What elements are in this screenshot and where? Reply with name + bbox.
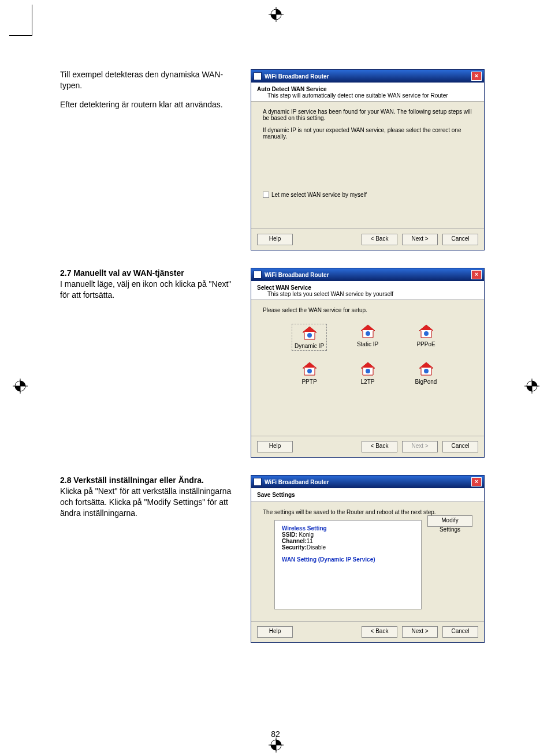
wan-service-label: PPPoE xyxy=(416,341,435,347)
security-value: Disable xyxy=(307,544,326,551)
summary-group-label: Wireless Setting xyxy=(282,525,414,532)
paragraph: Klicka på "Next" för att verkställa inst… xyxy=(60,486,239,519)
svg-marker-28 xyxy=(420,362,433,368)
window-icon xyxy=(254,72,262,80)
summary-group-label: WAN Setting (Dynamic IP Service) xyxy=(282,556,414,563)
modify-settings-button[interactable]: Modify Settings xyxy=(427,515,472,527)
body-text: Please select the WAN service for setup. xyxy=(263,307,472,313)
crop-mark xyxy=(9,5,32,36)
wan-service-label: Static IP xyxy=(357,341,378,347)
left-column: Till exempel detekteras den dynamiska WA… xyxy=(60,69,251,250)
body-text: A dynamic IP service has been found for … xyxy=(263,108,472,121)
window-title: WiFi Broadband Router xyxy=(265,73,329,80)
close-icon[interactable]: × xyxy=(471,477,482,486)
body-text: If dynamic IP is not your expected WAN s… xyxy=(263,127,472,140)
checkbox-icon xyxy=(263,192,269,198)
window-title: WiFi Broadband Router xyxy=(265,272,329,278)
svg-point-23 xyxy=(307,369,312,373)
help-button[interactable]: Help xyxy=(257,234,293,245)
svg-marker-22 xyxy=(303,362,316,368)
svg-marker-25 xyxy=(362,362,374,368)
next-button[interactable]: Next > xyxy=(402,626,438,638)
paragraph: Till exempel detekteras den dynamiska WA… xyxy=(60,69,239,91)
wan-service-label: Dynamic IP xyxy=(295,343,324,349)
security-label: Security: xyxy=(282,544,307,551)
house-icon xyxy=(418,324,435,339)
dialog-select-wan: WiFi Broadband Router × Select WAN Servi… xyxy=(251,268,485,458)
svg-point-17 xyxy=(366,331,370,336)
section-heading: 2.8 Verkställ inställningar eller Ändra. xyxy=(60,475,239,486)
dialog-save-settings: WiFi Broadband Router × Save Settings Th… xyxy=(251,475,485,643)
paragraph: I manuellt läge, välj en ikon och klicka… xyxy=(60,279,239,301)
wan-service-bigpond[interactable]: BigPond xyxy=(408,361,444,385)
cancel-button[interactable]: Cancel xyxy=(442,441,478,452)
wan-service-label: L2TP xyxy=(361,379,375,385)
back-button[interactable]: < Back xyxy=(362,441,397,452)
wan-service-label: PPTP xyxy=(301,379,317,385)
svg-point-14 xyxy=(307,333,312,338)
house-icon xyxy=(359,361,377,376)
paragraph: Efter detektering är routern klar att an… xyxy=(60,99,239,110)
left-column: 2.8 Verkställ inställningar eller Ändra.… xyxy=(60,475,251,643)
wan-service-dynamic-ip[interactable]: Dynamic IP xyxy=(292,324,327,351)
help-button[interactable]: Help xyxy=(257,441,293,452)
body-text: The settings will be saved to the Router… xyxy=(263,509,472,515)
window-title: WiFi Broadband Router xyxy=(265,479,329,485)
registration-mark xyxy=(13,379,28,394)
svg-marker-19 xyxy=(420,325,433,330)
ssid-label: SSID: xyxy=(282,532,297,538)
close-icon[interactable]: × xyxy=(471,72,482,81)
wan-service-static-ip[interactable]: Static IP xyxy=(350,324,385,351)
wan-service-l2tp[interactable]: L2TP xyxy=(350,361,385,385)
house-icon xyxy=(301,325,318,340)
cancel-button[interactable]: Cancel xyxy=(442,234,478,245)
cancel-button[interactable]: Cancel xyxy=(442,626,478,638)
wan-service-pptp[interactable]: PPTP xyxy=(292,361,327,385)
back-button[interactable]: < Back xyxy=(362,234,397,245)
registration-mark xyxy=(524,379,539,394)
checkbox-label: Let me select WAN service by myself xyxy=(271,192,367,198)
house-icon xyxy=(359,324,377,339)
settings-summary: Wireless Setting SSID: Konig Channel:11 … xyxy=(274,520,422,609)
svg-point-20 xyxy=(424,331,429,336)
close-icon[interactable]: × xyxy=(471,270,482,279)
svg-point-26 xyxy=(366,369,370,373)
svg-marker-13 xyxy=(303,327,316,332)
dialog-subheading: This step will automatically detect one … xyxy=(257,92,478,99)
wan-service-label: BigPond xyxy=(415,379,437,385)
window-icon xyxy=(254,271,262,279)
next-button[interactable]: Next > xyxy=(402,234,438,245)
channel-label: Channel: xyxy=(282,538,307,544)
checkbox-manual-wan[interactable]: Let me select WAN service by myself xyxy=(263,192,472,198)
dialog-auto-detect: WiFi Broadband Router × Auto Detect WAN … xyxy=(251,69,485,250)
channel-value: 11 xyxy=(307,538,313,544)
dialog-subheading: This step lets you select WAN service by… xyxy=(257,291,478,297)
page-number: 82 xyxy=(0,729,551,739)
dialog-heading: Auto Detect WAN Service xyxy=(257,86,478,92)
house-icon xyxy=(301,361,318,376)
dialog-heading: Save Settings xyxy=(251,488,484,502)
dialog-heading: Select WAN Service xyxy=(257,285,478,291)
ssid-value: Konig xyxy=(299,532,314,538)
svg-marker-16 xyxy=(362,325,374,330)
registration-mark xyxy=(269,7,284,22)
wan-service-pppoe[interactable]: PPPoE xyxy=(408,324,444,351)
next-button[interactable]: Next > xyxy=(402,441,438,452)
help-button[interactable]: Help xyxy=(257,626,293,638)
house-icon xyxy=(418,361,435,376)
left-column: 2.7 Manuellt val av WAN-tjänster I manue… xyxy=(60,268,251,458)
section-heading: 2.7 Manuellt val av WAN-tjänster xyxy=(60,268,239,279)
svg-point-29 xyxy=(424,369,429,373)
registration-mark xyxy=(269,738,284,753)
window-icon xyxy=(254,478,262,486)
back-button[interactable]: < Back xyxy=(362,626,397,638)
